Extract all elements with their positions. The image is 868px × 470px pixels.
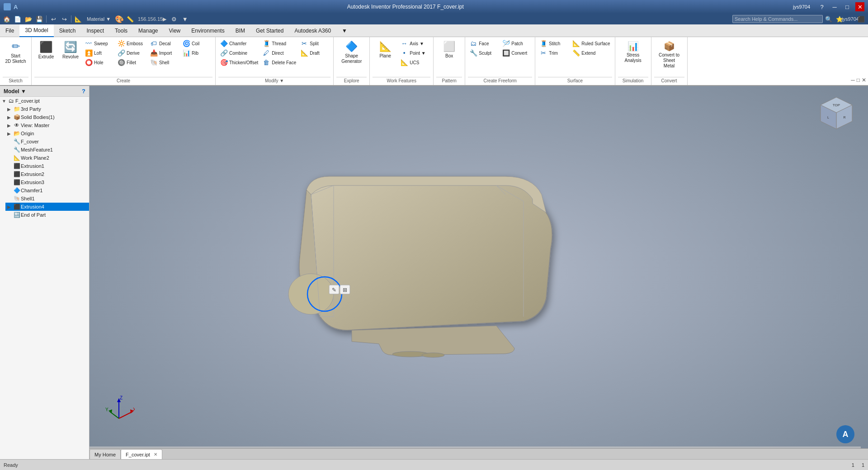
minimize-button[interactable]: ─	[830, 2, 839, 11]
stitch-button[interactable]: 🧵Stitch	[538, 39, 570, 48]
thicken-button[interactable]: 🎯Thicken/Offset	[218, 58, 260, 67]
start-sketch-button[interactable]: ✏ Start2D Sketch	[3, 39, 28, 66]
tree-item-shell1[interactable]: 🐚 Shell1	[5, 195, 89, 203]
help-button[interactable]: ?	[817, 2, 826, 11]
shell-button[interactable]: 🐚Shell	[148, 58, 180, 67]
tree-item-workplane2[interactable]: 📐 Work Plane2	[5, 154, 89, 162]
sculpt-button[interactable]: 🔧Sculpt	[468, 48, 500, 57]
model-title[interactable]: Model ▼	[4, 88, 26, 95]
plane-button[interactable]: 📐 Plane	[373, 39, 398, 61]
autodesk-logo-button[interactable]: A	[836, 425, 854, 443]
face-button[interactable]: 🗂Face	[468, 39, 500, 48]
thread-button[interactable]: 🧵Thread	[261, 39, 298, 48]
menu-a360[interactable]: Autodesk A360	[289, 24, 336, 37]
fillet-button[interactable]: 🔘Fillet	[116, 58, 147, 67]
menu-inspect[interactable]: Inspect	[81, 24, 109, 37]
convert-freeform-button[interactable]: 🔲Convert	[500, 48, 532, 57]
redo-button[interactable]: ↪	[59, 14, 69, 24]
patch-button[interactable]: 🪡Patch	[500, 39, 532, 48]
tree-item-origin[interactable]: ▶ 📂 Origin	[5, 129, 89, 138]
tree-item-endofpart[interactable]: 🔚 End of Part	[5, 211, 89, 219]
3d-model-svg[interactable]: ✎ ⊞	[90, 86, 868, 459]
new-button[interactable]: 📄	[13, 14, 23, 24]
revolve-button[interactable]: 🔄 Revolve	[59, 39, 82, 62]
chamfer-button[interactable]: 🔷Chamfer	[218, 39, 260, 48]
converttosheetmetal-button[interactable]: 📦 Convert toSheet Metal	[656, 39, 682, 71]
menu-environments[interactable]: Environments	[186, 24, 230, 37]
shapegenerator-button[interactable]: 🔷 ShapeGenerator	[339, 39, 364, 66]
menu-3dmodel[interactable]: 3D Model	[19, 24, 53, 37]
appearance-button[interactable]: 🎨	[114, 14, 124, 24]
measure2-button[interactable]: 📏	[125, 14, 135, 24]
tree-item-extrusion2[interactable]: ⬛ Extrusion2	[5, 170, 89, 178]
loft-button[interactable]: ⏫Loft	[83, 48, 115, 57]
separator	[46, 15, 47, 23]
ribbon-restore-icon[interactable]: □	[857, 77, 860, 83]
user-button[interactable]: jys9704	[845, 14, 855, 24]
decal-button[interactable]: 🏷Decal	[148, 39, 180, 48]
deleteface-button[interactable]: 🗑Delete Face	[261, 58, 298, 67]
stressanalysis-button[interactable]: 📊 StressAnalysis	[620, 39, 646, 65]
menu-getstarted[interactable]: Get Started	[250, 24, 289, 37]
menu-bim[interactable]: BIM	[230, 24, 250, 37]
coil-button[interactable]: 🌀Coil	[181, 39, 212, 48]
emboss-button[interactable]: 🔆Emboss	[116, 39, 147, 48]
tree-item-solidbodies[interactable]: ▶ 📦 Solid Bodies(1)	[5, 113, 89, 121]
search-input[interactable]	[732, 15, 823, 23]
tree-item-3rdparty[interactable]: ▶ 📁 3rd Party	[5, 105, 89, 113]
box-button[interactable]: ⬜ Box	[437, 39, 462, 61]
tree-item-extrusion4[interactable]: ▶ ⬛ Extrusion4	[5, 203, 89, 211]
tree-item-extrusion1[interactable]: ⬛ Extrusion1	[5, 162, 89, 170]
menu-tools[interactable]: Tools	[109, 24, 133, 37]
ribbon-minimize-icon[interactable]: ─	[851, 77, 855, 83]
ruledsurface-button[interactable]: 📐Ruled Surface	[571, 39, 612, 48]
search-button[interactable]: 🔍	[824, 14, 834, 24]
undo-button[interactable]: ↩	[48, 14, 58, 24]
tree-item-chamfer1[interactable]: 🔷 Chamfer1	[5, 186, 89, 195]
material-dropdown[interactable]: Material ▼	[84, 14, 113, 24]
draft-button[interactable]: 📐Draft	[299, 48, 330, 57]
menu-file[interactable]: File	[0, 24, 19, 37]
extrude-button[interactable]: ⬛ Extrude	[34, 39, 58, 62]
maximize-button[interactable]: □	[843, 2, 852, 11]
tab-myhome[interactable]: My Home	[90, 449, 121, 459]
import-button[interactable]: 📥Import	[148, 48, 180, 57]
trim-button[interactable]: ✂Trim	[538, 48, 570, 57]
modify-group-label: Modify ▼	[218, 77, 330, 84]
tab-fcoveript[interactable]: F_cover.ipt ✕	[121, 449, 162, 459]
axis-button[interactable]: ↔Axis ▼	[399, 39, 430, 48]
menu-overflow[interactable]: ▼	[336, 24, 353, 37]
extend-button[interactable]: 📏Extend	[571, 48, 612, 57]
viewport[interactable]: TOP R L	[90, 86, 868, 459]
close-button[interactable]: ✕	[855, 2, 864, 11]
tree-item-viewmaster[interactable]: ▶ 👁 View: Master	[5, 121, 89, 129]
tab-close-icon[interactable]: ✕	[154, 452, 157, 457]
menu-sketch[interactable]: Sketch	[54, 24, 81, 37]
menu-manage[interactable]: Manage	[133, 24, 163, 37]
home-button[interactable]: 🏠	[2, 14, 12, 24]
direct-icon: 🖊	[263, 49, 270, 57]
tree-item-extrusion3[interactable]: ⬛ Extrusion3	[5, 178, 89, 186]
ribbon-close-icon[interactable]: ✕	[862, 77, 866, 83]
derive-button[interactable]: 🔗Derive	[116, 48, 147, 57]
combine-button[interactable]: 🔗Combine	[218, 48, 260, 57]
hole-button[interactable]: ⭕Hole	[83, 58, 115, 67]
save-button[interactable]: 💾	[34, 14, 44, 24]
sweep-button[interactable]: 〰Sweep	[83, 39, 115, 48]
tree-item-fcoveript[interactable]: ▼ 🗂 F_cover.ipt	[0, 97, 89, 105]
dropdown-button[interactable]: ▼	[180, 14, 190, 24]
rib-button[interactable]: 📊Rib	[181, 48, 212, 57]
open-button[interactable]: 📂	[24, 14, 33, 24]
tree-item-meshfeature1[interactable]: 🔧 MeshFeature1	[5, 146, 89, 154]
direct-button[interactable]: 🖊Direct	[261, 48, 298, 57]
tree-item-fcover[interactable]: 🔧 F_cover	[5, 138, 89, 146]
ucs-button[interactable]: 📐UCS	[399, 58, 430, 67]
model-help-icon[interactable]: ?	[82, 88, 85, 95]
menu-view[interactable]: View	[163, 24, 186, 37]
split-button[interactable]: ✂Split	[299, 39, 330, 48]
modify-col1: 🔷Chamfer 🔗Combine 🎯Thicken/Offset	[218, 39, 260, 67]
measure-button[interactable]: 📐	[73, 14, 83, 24]
expand-button[interactable]: ⬛	[856, 14, 866, 24]
point-button[interactable]: •Point ▼	[399, 48, 430, 57]
settings-button[interactable]: ⚙	[169, 14, 179, 24]
